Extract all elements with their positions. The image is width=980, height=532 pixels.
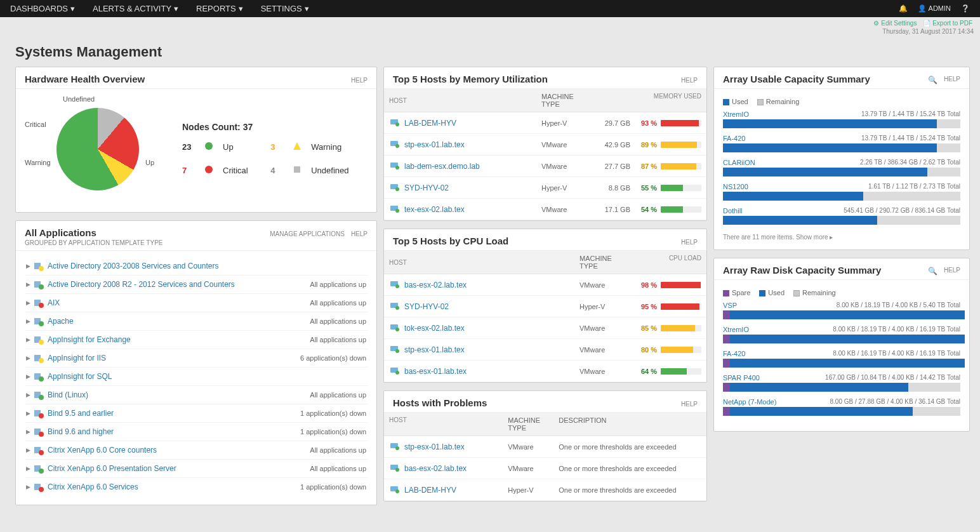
app-status-text: 1 application(s) down [300,409,366,417]
top-nav: DASHBOARDS ▾ ALERTS & ACTIVITY ▾ REPORTS… [0,0,980,17]
host-row: stp-esx-01.lab.tex VMware 80 % [384,339,706,361]
search-icon[interactable]: 🔍 [928,267,937,276]
host-link[interactable]: stp-esx-01.lab.tex [404,345,465,354]
array-link[interactable]: NetApp (7-Mode) [723,398,776,406]
array-link[interactable]: Dothill [723,207,743,215]
array-link[interactable]: FA-420 [723,350,745,357]
expand-icon[interactable]: ▶ [26,281,34,288]
problem-desc: One or more thresholds are exceeded [559,486,701,494]
app-link[interactable]: AppInsight for SQL [48,372,366,381]
host-link[interactable]: bas-esx-01.lab.tex [404,367,467,376]
expand-icon[interactable]: ▶ [26,484,34,490]
app-row: ▶ Citrix XenApp 6.0 Core counters All ap… [25,441,368,459]
host-link[interactable]: lab-dem-esx.demo.lab [404,162,480,171]
edit-settings-link[interactable]: ⚙ Edit Settings [873,20,917,27]
expand-icon[interactable]: ▶ [26,355,34,361]
raw-help-link[interactable]: HELP [944,267,960,276]
nav-alerts[interactable]: ALERTS & ACTIVITY ▾ [93,4,178,13]
mem-help-link[interactable]: HELP [681,77,698,84]
app-link[interactable]: Active Directory 2008 R2 - 2012 Services… [48,280,310,289]
array-link[interactable]: SPAR P400 [723,374,760,382]
app-status-text: All applications up [310,336,366,343]
app-status-text: All applications up [310,317,366,325]
host-icon [389,160,404,172]
host-link[interactable]: LAB-DEM-HYV [404,119,456,128]
nav-dashboards[interactable]: DASHBOARDS ▾ [10,4,75,13]
host-link[interactable]: bas-esx-02.lab.tex [404,281,467,289]
manage-applications-link[interactable]: MANAGE APPLICATIONS [270,230,345,237]
app-link[interactable]: Active Directory 2003-2008 Services and … [48,262,366,270]
expand-icon[interactable]: ▶ [26,429,34,435]
user-icon[interactable]: 👤 ADMIN [918,4,951,13]
host-link[interactable]: stp-esx-01.lab.tex [404,442,465,451]
machine-type: VMware [541,206,592,213]
expand-icon[interactable]: ▶ [26,263,34,269]
nav-reports[interactable]: REPORTS ▾ [196,4,243,13]
warning-count: 3 [270,142,288,152]
expand-icon[interactable]: ▶ [26,392,34,398]
capacity-row: SPAR P400167.00 GB / 10.84 TB / 4.00 KB … [723,374,960,392]
hw-help-link[interactable]: HELP [351,77,368,84]
expand-icon[interactable]: ▶ [26,300,34,306]
export-pdf-link[interactable]: 📄 Export to PDF [923,20,972,27]
svg-point-5 [39,266,44,271]
nav-settings[interactable]: SETTINGS ▾ [261,4,309,13]
machine-type: Hyper-V [541,184,592,192]
app-link[interactable]: AIX [48,298,310,307]
help-icon[interactable]: ❔ [961,4,970,13]
app-link[interactable]: Citrix XenApp 6.0 Core counters [48,446,310,455]
array-link[interactable]: FA-420 [723,135,745,142]
cpu-pct: 64 % [630,368,657,375]
host-link[interactable]: tok-esx-02.lab.tex [404,324,465,333]
host-link[interactable]: LAB-DEM-HYV [404,486,456,495]
col-host: HOST [389,255,579,270]
mem-bar [657,142,701,148]
capacity-bar [723,407,960,416]
app-status-icon [34,316,48,326]
app-link[interactable]: Bind 9.6 and higher [48,427,300,436]
app-link[interactable]: Bind 9.5 and earlier [48,409,300,418]
array-link[interactable]: NS1200 [723,183,748,190]
host-icon [389,138,404,150]
prob-help-link[interactable]: HELP [681,401,698,408]
host-link[interactable]: bas-esx-02.lab.tex [404,464,467,473]
capacity-row: VSP8.00 KB / 18.19 TB / 4.00 KB / 5.40 T… [723,302,960,319]
health-pie-chart: Undefined Critical Warning Up [25,95,164,203]
app-link[interactable]: Bind (Linux) [48,390,310,399]
app-link[interactable]: AppInsight for Exchange [48,335,310,344]
hw-title: Hardware Health Overview [25,74,145,84]
array-link[interactable]: CLARiiON [723,159,755,166]
cpu-bar [657,325,701,331]
host-link[interactable]: tex-esx-02.lab.tex [404,205,465,214]
capacity-numbers: 13.79 TB / 1.44 TB / 15.24 TB Total [861,110,960,118]
expand-icon[interactable]: ▶ [26,336,34,343]
host-link[interactable]: SYD-HYV-02 [404,183,449,192]
array-link[interactable]: XtremIO [723,326,749,333]
expand-icon[interactable]: ▶ [26,410,34,416]
cpu-pct: 98 % [630,281,657,289]
array-link[interactable]: VSP [723,302,737,309]
apps-help-link[interactable]: HELP [351,230,368,237]
app-link[interactable]: AppInsight for IIS [48,354,300,362]
usable-footer[interactable]: There are 11 more items. Show more ▸ [723,231,960,241]
expand-icon[interactable]: ▶ [26,465,34,472]
machine-type: VMware [541,163,592,170]
col-type: MACHINE TYPE [508,416,559,432]
app-link[interactable]: Citrix XenApp 6.0 Services [48,482,300,491]
host-link[interactable]: stp-esx-01.lab.tex [404,140,465,149]
usable-help-link[interactable]: HELP [944,76,960,84]
search-icon[interactable]: 🔍 [928,76,937,84]
host-icon [389,343,404,356]
bell-icon[interactable]: 🔔 [899,4,908,13]
app-link[interactable]: Apache [48,317,310,326]
expand-icon[interactable]: ▶ [26,373,34,380]
legend-spare: Spare [723,289,750,296]
app-link[interactable]: Citrix XenApp 6.0 Presentation Server [48,464,310,473]
app-row: ▶ Bind (Linux) All applications up [25,385,368,404]
array-link[interactable]: XtremIO [723,110,749,118]
svg-point-41 [395,284,399,288]
expand-icon[interactable]: ▶ [26,318,34,324]
expand-icon[interactable]: ▶ [26,447,34,453]
cpu-help-link[interactable]: HELP [681,239,698,246]
host-link[interactable]: SYD-HYV-02 [404,302,449,311]
